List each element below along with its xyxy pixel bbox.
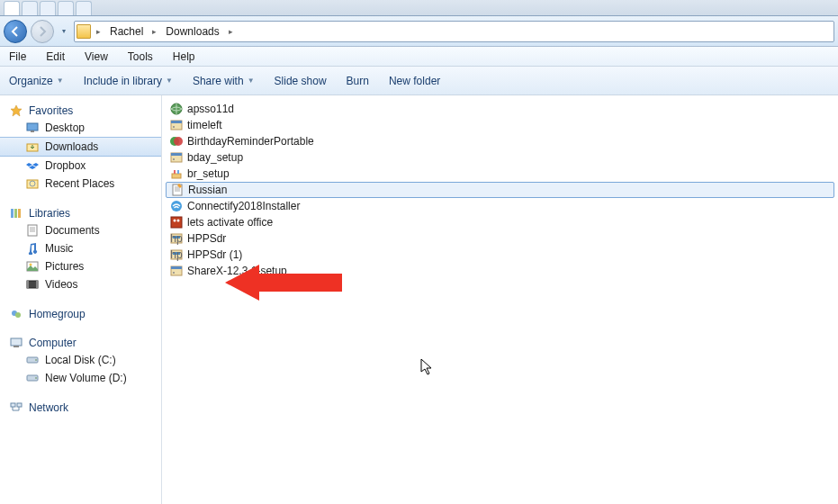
recent-places-icon: [25, 177, 40, 190]
sidebar-item-new-volume-d[interactable]: New Volume (D:): [0, 369, 161, 387]
new-folder-button[interactable]: New folder: [389, 75, 440, 87]
sidebar-item-desktop[interactable]: Desktop: [0, 119, 161, 137]
sidebar-item-dropbox[interactable]: Dropbox: [0, 157, 161, 175]
burn-button[interactable]: Burn: [347, 75, 369, 87]
computer-icon: [9, 337, 23, 349]
svg-marker-5: [32, 163, 39, 166]
music-icon: [25, 242, 40, 255]
svg-text:hp: hp: [170, 248, 183, 261]
svg-point-26: [35, 359, 37, 361]
file-item[interactable]: hpHPPSdr (1): [166, 247, 834, 263]
svg-rect-41: [171, 153, 182, 156]
homegroup-label: Homegroup: [29, 308, 86, 320]
browser-tab[interactable]: [4, 1, 20, 15]
file-item[interactable]: bday_setup: [166, 149, 834, 166]
svg-point-52: [174, 220, 176, 222]
sidebar-item-documents[interactable]: Documents: [0, 221, 161, 239]
svg-rect-2: [31, 130, 34, 132]
installer-icon: [169, 118, 184, 132]
favorites-header[interactable]: Favorites: [0, 103, 161, 119]
chevron-right-icon[interactable]: ▸: [225, 27, 237, 36]
file-name-label: br_setup: [187, 167, 230, 180]
favorites-label: Favorites: [29, 104, 73, 117]
forward-button[interactable]: [31, 20, 54, 43]
chevron-right-icon[interactable]: ▸: [93, 27, 104, 36]
svg-text:hp: hp: [170, 232, 183, 245]
menu-edit[interactable]: Edit: [42, 49, 68, 65]
homegroup-header[interactable]: Homegroup: [0, 306, 161, 322]
include-in-library-button[interactable]: Include in library▼: [84, 75, 173, 87]
svg-rect-45: [177, 170, 179, 174]
connectify-icon: [169, 199, 184, 213]
sidebar-item-music[interactable]: Music: [0, 239, 161, 257]
svg-rect-1: [27, 123, 38, 130]
computer-header[interactable]: Computer: [0, 335, 161, 351]
documents-icon: [25, 224, 40, 237]
svg-rect-30: [17, 403, 22, 407]
file-item[interactable]: lets activate office: [166, 214, 834, 230]
sidebar-item-pictures[interactable]: Pictures: [0, 257, 161, 275]
svg-rect-9: [11, 209, 14, 218]
back-button[interactable]: [4, 20, 27, 43]
svg-rect-23: [11, 338, 22, 346]
svg-rect-24: [14, 346, 19, 347]
file-item[interactable]: hpHPPSdr: [166, 230, 834, 247]
menu-file[interactable]: File: [5, 49, 30, 65]
sidebar-item-videos[interactable]: Videos: [0, 275, 161, 293]
chevron-right-icon[interactable]: ▸: [149, 27, 160, 36]
history-dropdown[interactable]: ▾: [58, 20, 70, 43]
videos-icon: [25, 278, 40, 291]
breadcrumb[interactable]: ▸ Rachel ▸ Downloads ▸: [74, 21, 834, 42]
svg-point-62: [173, 272, 175, 274]
dropbox-icon: [25, 159, 40, 172]
browser-tab[interactable]: [22, 1, 38, 15]
svg-marker-0: [11, 105, 22, 116]
network-label: Network: [29, 401, 68, 414]
hp-icon: hp: [169, 231, 184, 246]
sidebar-item-recent-places[interactable]: Recent Places: [0, 175, 161, 193]
file-name-label: lets activate office: [187, 216, 273, 229]
navigation-pane: Favorites Desktop Downloads Dropbox Rece…: [0, 95, 162, 504]
menu-help[interactable]: Help: [169, 49, 199, 65]
breadcrumb-item[interactable]: Rachel: [106, 25, 147, 38]
browser-tab[interactable]: [58, 1, 74, 15]
file-item[interactable]: timeleft: [166, 117, 834, 133]
menu-bar: File Edit View Tools Help: [0, 47, 838, 67]
installer-icon: [169, 264, 184, 278]
libraries-icon: [9, 207, 23, 220]
svg-point-28: [35, 377, 37, 379]
file-list-pane[interactable]: apsso11dtimeleftBirthdayReminderPortable…: [162, 95, 838, 504]
file-item[interactable]: br_setup: [166, 166, 834, 182]
file-item[interactable]: apsso11d: [166, 101, 834, 117]
globe-icon: [169, 102, 184, 116]
browser-tab[interactable]: [76, 1, 92, 15]
network-header[interactable]: Network: [0, 400, 161, 416]
sidebar-item-local-disk-c[interactable]: Local Disk (C:): [0, 351, 161, 369]
file-item[interactable]: Connectify2018Installer: [166, 198, 834, 214]
svg-point-37: [173, 126, 175, 128]
svg-rect-61: [171, 266, 182, 269]
browser-tab[interactable]: [40, 1, 56, 15]
libraries-header[interactable]: Libraries: [0, 205, 161, 221]
organize-button[interactable]: Organize▼: [9, 75, 64, 87]
pictures-icon: [25, 260, 40, 273]
cake-icon: [169, 166, 184, 181]
menu-tools[interactable]: Tools: [124, 49, 157, 65]
svg-marker-4: [26, 163, 32, 166]
drive-icon: [25, 372, 40, 384]
slideshow-button[interactable]: Slide show: [275, 75, 327, 87]
file-name-label: apsso11d: [187, 103, 234, 115]
file-item[interactable]: ShareX-12.3.1-setup: [166, 263, 834, 279]
svg-rect-44: [174, 170, 176, 174]
chevron-down-icon: ▼: [166, 76, 173, 85]
birthday-icon: [169, 134, 184, 148]
sidebar-item-downloads[interactable]: Downloads: [0, 137, 161, 157]
share-with-button[interactable]: Share with▼: [193, 75, 255, 87]
file-item[interactable]: BirthdayReminderPortable: [166, 133, 834, 149]
breadcrumb-item[interactable]: Downloads: [162, 25, 222, 38]
chevron-down-icon: ▼: [57, 76, 64, 85]
menu-view[interactable]: View: [81, 49, 112, 65]
star-icon: [9, 104, 23, 117]
file-item[interactable]: Russian: [166, 182, 834, 198]
file-name-label: ShareX-12.3.1-setup: [187, 265, 287, 277]
